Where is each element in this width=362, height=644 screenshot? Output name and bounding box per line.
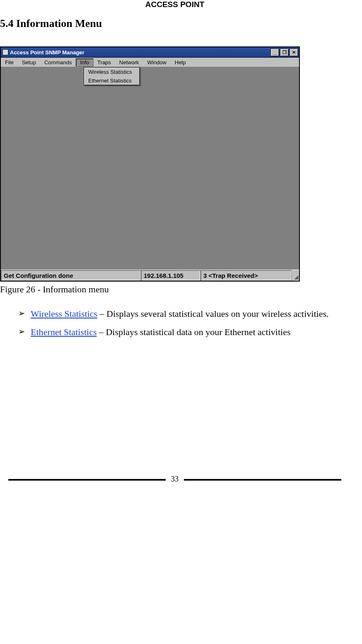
close-button[interactable]: ✕ bbox=[290, 49, 298, 56]
menu-traps[interactable]: Traps bbox=[93, 58, 115, 66]
page-footer: 33 bbox=[0, 474, 350, 486]
menu-network[interactable]: Network bbox=[115, 58, 143, 66]
running-header: ACCESS POINT bbox=[0, 0, 350, 9]
bullet-text: – Displays statistical data on your Ethe… bbox=[97, 327, 290, 337]
screenshot-figure: Access Point SNMP Manager _ ❐ ✕ File Set… bbox=[0, 46, 350, 282]
app-window: Access Point SNMP Manager _ ❐ ✕ File Set… bbox=[0, 46, 300, 282]
footer-rule-right bbox=[184, 479, 341, 481]
bullet-list: Wireless Statistics – Displays several s… bbox=[0, 305, 350, 341]
menu-window[interactable]: Window bbox=[143, 58, 171, 66]
menubar: File Setup Commands Info Traps Network W… bbox=[1, 58, 299, 67]
dropdown-item-wireless-statistics[interactable]: Wireless Statistics bbox=[84, 68, 140, 76]
minimize-button[interactable]: _ bbox=[270, 49, 279, 56]
status-ip: 192.168.1.105 bbox=[141, 270, 200, 281]
menu-setup[interactable]: Setup bbox=[18, 58, 40, 66]
titlebar: Access Point SNMP Manager _ ❐ ✕ bbox=[1, 47, 299, 58]
link-wireless-statistics[interactable]: Wireless Statistics bbox=[31, 309, 97, 319]
menu-info[interactable]: Info bbox=[76, 58, 93, 66]
app-icon bbox=[2, 49, 8, 55]
menu-file[interactable]: File bbox=[1, 58, 18, 66]
bullet-text: – Displays several statistical values on… bbox=[97, 309, 328, 319]
link-ethernet-statistics[interactable]: Ethernet Statistics bbox=[31, 327, 97, 337]
section-heading: 5.4 Information Menu bbox=[0, 17, 350, 30]
dropdown-item-ethernet-statistics[interactable]: Ethernet Statistics bbox=[84, 76, 140, 85]
menu-commands[interactable]: Commands bbox=[40, 58, 76, 66]
status-trap: 3 <Trap Received> bbox=[200, 270, 292, 281]
list-item: Ethernet Statistics – Displays statistic… bbox=[18, 323, 350, 341]
status-message: Get Configuration done bbox=[1, 270, 141, 281]
info-dropdown: Wireless Statistics Ethernet Statistics bbox=[84, 67, 140, 85]
client-area bbox=[1, 67, 299, 270]
menu-help[interactable]: Help bbox=[171, 58, 190, 66]
window-title: Access Point SNMP Manager bbox=[10, 49, 270, 56]
list-item: Wireless Statistics – Displays several s… bbox=[18, 305, 350, 323]
figure-caption: Figure 26 - Information menu bbox=[0, 284, 350, 295]
statusbar: Get Configuration done 192.168.1.105 3 <… bbox=[1, 270, 299, 281]
restore-button[interactable]: ❐ bbox=[280, 49, 289, 56]
resize-grip-icon[interactable]: ◢ bbox=[292, 270, 299, 281]
